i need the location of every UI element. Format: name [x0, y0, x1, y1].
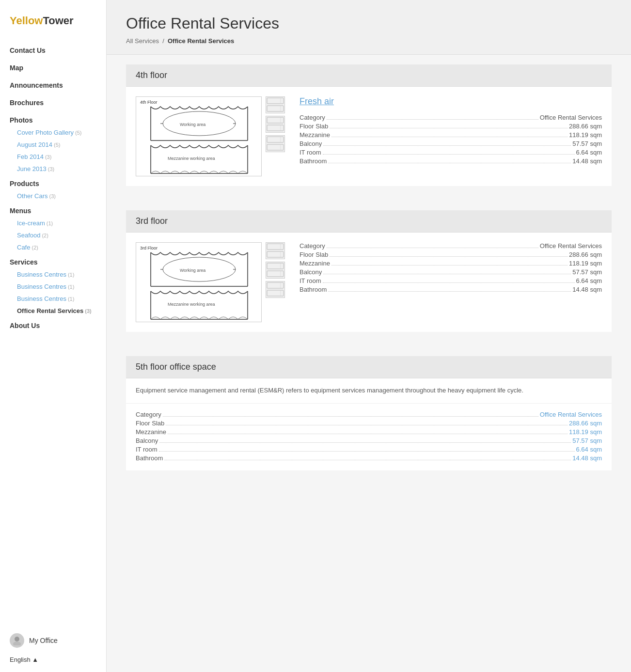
sidebar-item-about-us[interactable]: About Us [0, 317, 106, 334]
spec-value-2: 118.19 sqm [569, 260, 602, 267]
floor-thumb-2[interactable] [266, 281, 285, 298]
spec-dots-5 [328, 291, 571, 292]
section-content-floor-3: 3rd Floor Working area Mezzanine working… [126, 233, 612, 332]
sidebar-subitem-other-cars[interactable]: Other Cars(3) [0, 190, 106, 202]
nav-count-business-centres-3: (1) [68, 296, 74, 302]
floor-thumb-0[interactable] [266, 242, 285, 259]
sidebar-item-brochures[interactable]: Brochures [0, 94, 106, 111]
sidebar-item-contact-us[interactable]: Contact Us [0, 42, 106, 59]
floor-title-link-floor-4[interactable]: Fresh air [300, 96, 602, 107]
svg-rect-46 [267, 282, 284, 288]
spec-label-5: Bathroom [300, 286, 327, 293]
spec-label-3: Balcony [300, 140, 322, 147]
svg-text:Working area: Working area [180, 268, 205, 273]
svg-rect-23 [267, 144, 284, 150]
specs-floor-4: CategoryOffice Rental ServicesFloor Slab… [300, 114, 602, 165]
spec5-label-3: Balcony [136, 437, 158, 444]
sidebar-subitem-business-centres-3[interactable]: Business Centres(1) [0, 293, 106, 305]
svg-text:Working area: Working area [180, 122, 205, 127]
floor-thumb-1[interactable] [266, 116, 285, 133]
spec-row-5: Bathroom14.48 sqm [300, 286, 602, 293]
spec-row-1: Floor Slab288.66 sqm [300, 251, 602, 258]
sidebar-subitem-office-rental-services[interactable]: Office Rental Services(3) [0, 305, 106, 317]
my-office-row[interactable]: My Office [10, 633, 96, 648]
spec5-value-5: 14.48 sqm [572, 454, 602, 462]
sidebar-subitem-cafe[interactable]: Cafe(2) [0, 241, 106, 253]
specs-floor-3: CategoryOffice Rental ServicesFloor Slab… [300, 242, 602, 293]
sidebar-subitem-business-centres-2[interactable]: Business Centres(1) [0, 281, 106, 293]
spec5-label-1: Floor Slab [136, 420, 164, 427]
nav-count-feb-2014: (3) [45, 154, 51, 160]
svg-rect-47 [267, 290, 284, 296]
spec-value-0: Office Rental Services [540, 242, 602, 250]
sidebar-subitem-feb-2014[interactable]: Feb 2014(3) [0, 151, 106, 163]
spec-value-3: 57.57 sqm [572, 268, 602, 276]
spec-dots-3 [323, 145, 571, 146]
floor-plan-main-floor-4[interactable]: 4th Floor Working area Mezzanine working… [136, 96, 262, 176]
sidebar-subitem-august-2014[interactable]: August 2014(5) [0, 139, 106, 151]
my-office-avatar [10, 633, 24, 648]
spec-label-2: Mezzanine [300, 260, 330, 267]
floor-thumb-1[interactable] [266, 262, 285, 279]
sidebar-item-map[interactable]: Map [0, 59, 106, 77]
breadcrumb: All Services / Office Rental Services [126, 37, 612, 45]
breadcrumb-link[interactable]: All Services [126, 37, 159, 45]
spec-value-4: 6.64 sqm [576, 277, 602, 284]
spec-label-0: Category [300, 242, 325, 250]
nav-count-ice-cream: (1) [47, 220, 53, 226]
logo-dark: Tower [43, 15, 73, 27]
spec-value-5: 14.48 sqm [572, 286, 602, 293]
spec5-value-1: 288.66 sqm [569, 420, 602, 427]
spec-row-5: Bathroom14.48 sqm [300, 157, 602, 165]
floor-info-floor-4: Fresh airCategoryOffice Rental ServicesF… [300, 96, 602, 166]
spec-label-1: Floor Slab [300, 251, 328, 258]
section-floor-3: 3rd floor 3rd Floor Working area Mezzani… [126, 210, 612, 332]
svg-rect-42 [267, 263, 284, 269]
spec-dots-2 [331, 265, 568, 266]
sidebar-subitem-seafood[interactable]: Seafood(2) [0, 229, 106, 241]
breadcrumb-current: Office Rental Services [168, 37, 234, 45]
section-specs-only-floor-5: CategoryOffice Rental ServicesFloor Slab… [126, 404, 612, 470]
svg-rect-14 [267, 98, 284, 104]
spec5-row-1: Floor Slab288.66 sqm [136, 420, 602, 427]
spec5-dots-0 [163, 416, 538, 417]
sidebar-item-announcements[interactable]: Announcements [0, 77, 106, 94]
sidebar-subitem-business-centres-1[interactable]: Business Centres(1) [0, 268, 106, 281]
floor-plan-area-floor-3: 3rd Floor Working area Mezzanine working… [136, 242, 285, 322]
section-header-floor-4: 4th floor [126, 64, 612, 87]
svg-rect-15 [267, 106, 284, 111]
svg-text:3rd Floor: 3rd Floor [140, 246, 158, 250]
spec-row-4: IT room6.64 sqm [300, 149, 602, 156]
section-floor-4: 4th floor 4th Floor Working area Mezzani… [126, 64, 612, 186]
spec5-row-5: Bathroom14.48 sqm [136, 454, 602, 462]
spec5-row-3: Balcony57.57 sqm [136, 437, 602, 444]
spec-label-0: Category [300, 114, 325, 121]
floor-plan-thumbnails-floor-4 [266, 96, 285, 176]
sidebar-subitem-june-2013[interactable]: June 2013(3) [0, 163, 106, 175]
floor-plan-main-floor-3[interactable]: 3rd Floor Working area Mezzanine working… [136, 242, 262, 322]
spec5-value-2: 118.19 sqm [569, 428, 602, 436]
floor-plan-area-floor-4: 4th Floor Working area Mezzanine working… [136, 96, 285, 176]
svg-rect-39 [267, 251, 284, 257]
sidebar-subitem-ice-cream[interactable]: Ice-cream(1) [0, 217, 106, 229]
sidebar: YellowTower Contact UsMapAnnouncementsBr… [0, 0, 107, 672]
spec-row-4: IT room6.64 sqm [300, 277, 602, 284]
svg-rect-43 [267, 271, 284, 277]
section-floor-5: 5th floor office spaceEquipment service … [126, 356, 612, 470]
floor-thumb-0[interactable] [266, 96, 285, 113]
svg-text:Mezzanine working area: Mezzanine working area [168, 302, 215, 307]
sidebar-section-products: Products [0, 175, 106, 190]
svg-rect-18 [267, 117, 284, 123]
floor-thumb-2[interactable] [266, 135, 285, 152]
logo-yellow: Yellow [10, 15, 43, 27]
sidebar-section-services: Services [0, 253, 106, 268]
logo[interactable]: YellowTower [0, 10, 106, 42]
spec-row-0: CategoryOffice Rental Services [300, 242, 602, 250]
nav-count-cafe: (2) [32, 245, 38, 250]
sidebar-subitem-cover-photo-gallery[interactable]: Cover Photo Gallery(5) [0, 126, 106, 139]
section-header-floor-3: 3rd floor [126, 210, 612, 233]
page-header: Office Rental Services All Services / Of… [107, 0, 631, 55]
spec5-label-4: IT room [136, 446, 158, 453]
spec-value-2: 118.19 sqm [569, 131, 602, 139]
language-selector[interactable]: English ▲ [0, 652, 48, 667]
